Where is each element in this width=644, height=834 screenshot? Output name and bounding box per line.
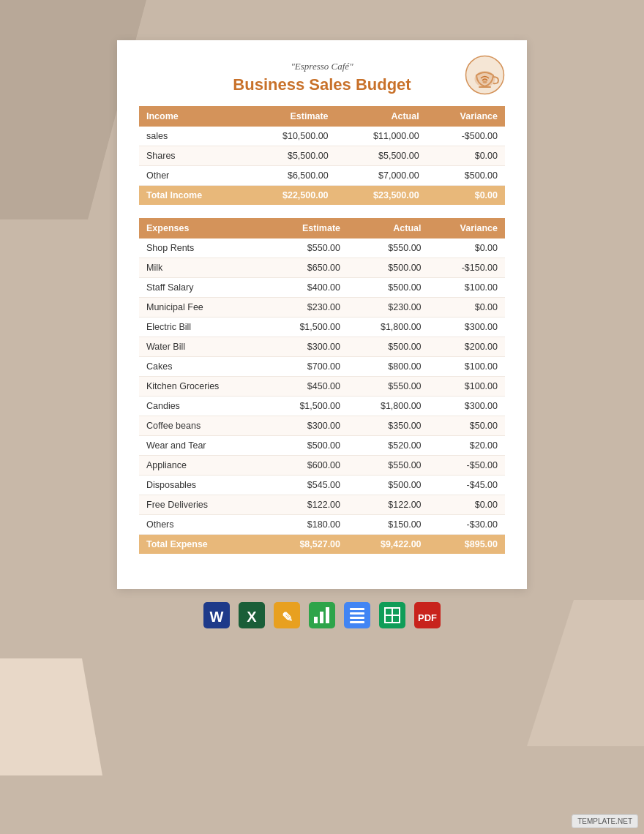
expense-cell-1-2: $500.00 [348,258,429,278]
expense-cell-11-1: $600.00 [266,456,348,476]
income-header-row: Income Estimate Actual Variance [139,106,505,127]
expense-cell-6-2: $800.00 [348,357,429,377]
document-header: "Espresso Café" Business Sales Budget [139,61,505,94]
expense-row: Municipal Fee$230.00$230.00$0.00 [139,298,505,318]
expense-cell-14-0: Others [139,515,266,535]
income-table: Income Estimate Actual Variance sales$10… [139,106,505,205]
expense-row: Appliance$600.00$550.00-$50.00 [139,456,505,476]
expense-cell-3-1: $230.00 [266,298,348,318]
expense-cell-11-0: Appliance [139,456,266,476]
svg-text:PDF: PDF [418,612,437,623]
income-row: Shares$5,500.00$5,500.00$0.00 [139,146,505,166]
svg-rect-12 [326,607,329,623]
expense-cell-6-3: $100.00 [429,357,505,377]
expense-cell-14-3: -$30.00 [429,515,505,535]
income-total-cell-2: $23,500.00 [336,186,427,206]
coffee-cup-icon [465,55,505,95]
expense-cell-4-1: $1,500.00 [266,318,348,337]
expense-cell-5-3: $200.00 [429,337,505,357]
pdf-icon[interactable]: PDF [414,602,441,631]
income-section: Income Estimate Actual Variance sales$10… [139,106,505,205]
expense-cell-3-2: $230.00 [348,298,429,318]
svg-rect-11 [320,612,323,623]
income-cell-0-3: -$500.00 [427,127,505,146]
expense-cell-9-2: $350.00 [348,416,429,436]
income-cell-2-2: $7,000.00 [336,166,427,186]
expense-cell-10-1: $500.00 [266,436,348,456]
income-total-cell-0: Total Income [139,186,245,206]
income-cell-1-0: Shares [139,146,245,166]
actual-col-header: Actual [336,106,427,127]
income-total-row: Total Income$22,500.00$23,500.00$0.00 [139,186,505,206]
expense-row: Staff Salary$400.00$500.00$100.00 [139,278,505,298]
expense-cell-12-2: $500.00 [348,476,429,495]
excel-icon[interactable]: X [239,602,265,631]
expense-cell-8-1: $1,500.00 [266,397,348,416]
expense-row: Kitchen Groceries$450.00$550.00$100.00 [139,377,505,397]
pages-icon[interactable]: ✎ [274,602,300,631]
expense-cell-1-0: Milk [139,258,266,278]
expense-cell-5-1: $300.00 [266,337,348,357]
expense-cell-11-3: -$50.00 [429,456,505,476]
expense-cell-0-3: $0.00 [429,238,505,258]
income-cell-1-3: $0.00 [427,146,505,166]
expense-cell-0-1: $550.00 [266,238,348,258]
expense-cell-4-3: $300.00 [429,318,505,337]
expense-cell-1-1: $650.00 [266,258,348,278]
income-col-header: Income [139,106,245,127]
expense-row: Others$180.00$150.00-$30.00 [139,515,505,535]
expense-cell-7-1: $450.00 [266,377,348,397]
expense-cell-2-0: Staff Salary [139,278,266,298]
expense-row: Coffee beans$300.00$350.00$50.00 [139,416,505,436]
svg-rect-16 [350,617,364,619]
income-cell-0-2: $11,000.00 [336,127,427,146]
document-title: Business Sales Budget [233,75,411,94]
expenses-total-cell-3: $895.00 [429,535,505,555]
expense-cell-5-2: $500.00 [348,337,429,357]
expense-cell-8-0: Candies [139,397,266,416]
expenses-col-header: Expenses [139,218,266,238]
numbers-icon[interactable] [309,602,335,631]
expense-row: Candies$1,500.00$1,800.00$300.00 [139,397,505,416]
expense-row: Water Bill$300.00$500.00$200.00 [139,337,505,357]
svg-text:W: W [210,609,224,625]
expense-row: Cakes$700.00$800.00$100.00 [139,357,505,377]
expense-row: Milk$650.00$500.00-$150.00 [139,258,505,278]
expense-cell-13-3: $0.00 [429,495,505,515]
income-cell-1-2: $5,500.00 [336,146,427,166]
expense-cell-12-3: -$45.00 [429,476,505,495]
expenses-total-row: Total Expense$8,527.00$9,422.00$895.00 [139,535,505,555]
expense-cell-5-0: Water Bill [139,337,266,357]
expense-cell-4-2: $1,800.00 [348,318,429,337]
app-icons-bar: WX✎PDF [203,602,441,631]
svg-point-2 [483,80,487,83]
expense-cell-14-1: $180.00 [266,515,348,535]
expense-cell-12-1: $545.00 [266,476,348,495]
svg-text:X: X [247,609,257,625]
income-row: Other$6,500.00$7,000.00$500.00 [139,166,505,186]
income-cell-0-1: $10,500.00 [245,127,336,146]
expense-cell-1-3: -$150.00 [429,258,505,278]
expense-cell-7-3: $100.00 [429,377,505,397]
gsheets-icon[interactable] [379,602,405,631]
expense-cell-8-3: $300.00 [429,397,505,416]
gdocs-icon[interactable] [344,602,370,631]
income-cell-0-0: sales [139,127,245,146]
expense-cell-6-1: $700.00 [266,357,348,377]
income-cell-2-1: $6,500.00 [245,166,336,186]
expense-row: Disposables$545.00$500.00-$45.00 [139,476,505,495]
word-icon[interactable]: W [203,602,230,631]
expense-cell-14-2: $150.00 [348,515,429,535]
variance-col-header: Variance [427,106,505,127]
income-cell-2-3: $500.00 [427,166,505,186]
expense-row: Wear and Tear$500.00$520.00$20.00 [139,436,505,456]
expense-cell-2-3: $100.00 [429,278,505,298]
expense-cell-10-2: $520.00 [348,436,429,456]
expenses-total-cell-1: $8,527.00 [266,535,348,555]
expense-cell-7-2: $550.00 [348,377,429,397]
expense-cell-0-0: Shop Rents [139,238,266,258]
expense-cell-13-0: Free Deliveries [139,495,266,515]
cafe-name: "Espresso Café" [291,61,353,72]
estimate-col-header: Estimate [245,106,336,127]
expenses-variance-col-header: Variance [429,218,505,238]
